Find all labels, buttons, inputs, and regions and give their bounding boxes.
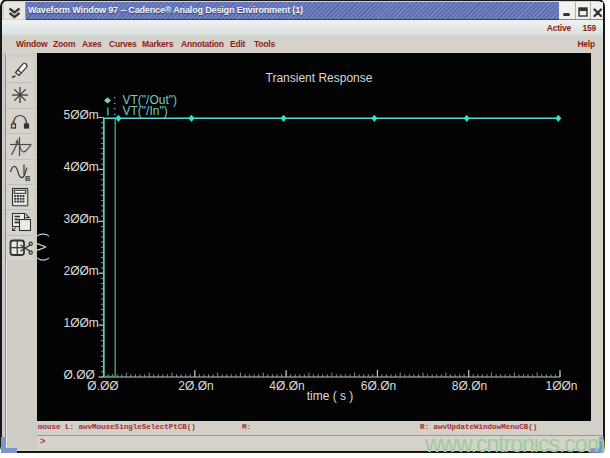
svg-text:8Ø.Øn: 8Ø.Øn bbox=[452, 379, 487, 393]
svg-text::: : bbox=[113, 104, 116, 118]
svg-text:VT("/In"): VT("/In") bbox=[123, 104, 168, 118]
svg-text:Ø.ØØ: Ø.ØØ bbox=[87, 379, 118, 393]
svg-text:4ØØm: 4ØØm bbox=[64, 160, 99, 174]
svg-text:4Ø.Øn: 4Ø.Øn bbox=[269, 379, 304, 393]
svg-text:( V ): ( V ) bbox=[37, 233, 49, 262]
svg-text:B: B bbox=[25, 174, 31, 183]
svg-text:6Ø.Øn: 6Ø.Øn bbox=[361, 379, 396, 393]
svg-text:1ØØn: 1ØØn bbox=[545, 379, 577, 393]
svg-text:Transient Response: Transient Response bbox=[266, 71, 373, 85]
svg-text:2Ø.Øn: 2Ø.Øn bbox=[178, 379, 213, 393]
svg-text:5ØØm: 5ØØm bbox=[64, 108, 99, 122]
svg-text:3ØØm: 3ØØm bbox=[64, 212, 99, 226]
svg-text:2ØØm: 2ØØm bbox=[64, 264, 99, 278]
svg-text:time ( s ): time ( s ) bbox=[307, 389, 354, 403]
svg-text:1ØØm: 1ØØm bbox=[64, 316, 99, 330]
